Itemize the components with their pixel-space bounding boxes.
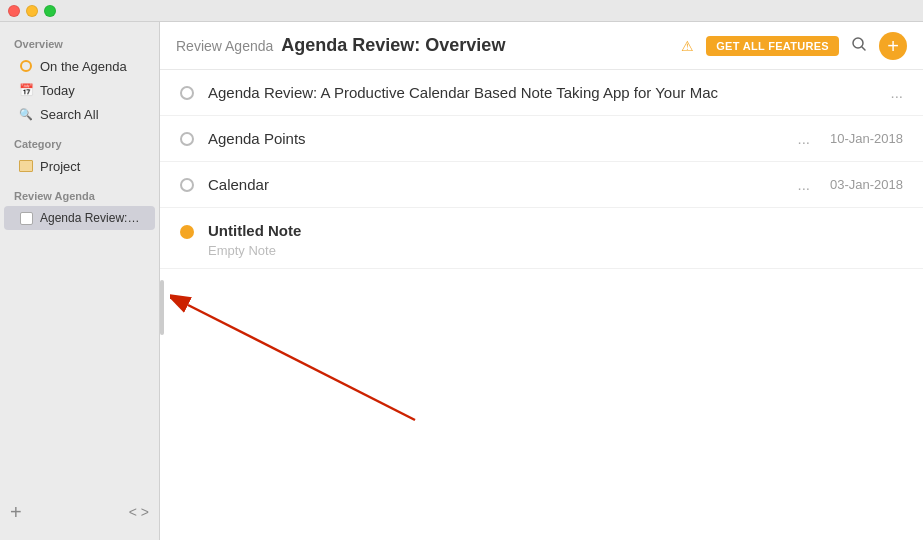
notes-list: Agenda Review: A Productive Calendar Bas… <box>160 70 923 540</box>
warning-icon: ⚠ <box>681 38 694 54</box>
list-item[interactable]: Agenda Review: A Productive Calendar Bas… <box>160 70 923 116</box>
sidebar-item-label: On the Agenda <box>40 59 127 74</box>
header-right: ⚠ GET ALL FEATURES + <box>681 32 907 60</box>
sidebar-item-label: Project <box>40 159 80 174</box>
list-item[interactable]: Calendar ... 03-Jan-2018 <box>160 162 923 208</box>
svg-line-3 <box>188 305 415 420</box>
sidebar-item-on-the-agenda[interactable]: On the Agenda <box>4 54 155 78</box>
breadcrumb: Review Agenda <box>176 38 273 54</box>
add-note-button[interactable]: + <box>879 32 907 60</box>
page-title: Agenda Review: Overview <box>281 35 505 56</box>
sidebar: Overview On the Agenda 📅 Today 🔍 Search … <box>0 22 160 540</box>
sidebar-nav-arrows: < > <box>129 505 149 519</box>
note-date: 10-Jan-2018 <box>830 131 903 146</box>
search-icon: 🔍 <box>18 106 34 122</box>
note-status-dot <box>180 178 194 192</box>
note-status-dot <box>180 132 194 146</box>
category-section-label: Category <box>0 132 159 154</box>
note-status-dot <box>180 86 194 100</box>
svg-line-1 <box>862 47 865 50</box>
traffic-lights <box>8 5 56 17</box>
overview-section-label: Overview <box>0 32 159 54</box>
maximize-button[interactable] <box>44 5 56 17</box>
note-title: Calendar <box>208 176 791 193</box>
get-all-features-button[interactable]: GET ALL FEATURES <box>706 36 839 56</box>
note-status-dot <box>180 225 194 239</box>
project-folder-icon <box>18 158 34 174</box>
list-item[interactable]: Agenda Points ... 10-Jan-2018 <box>160 116 923 162</box>
note-ellipsis: ... <box>797 130 810 147</box>
note-title: Untitled Note <box>208 222 903 239</box>
note-icon <box>18 210 34 226</box>
scrollbar-indicator <box>160 280 164 335</box>
note-title: Agenda Review: A Productive Calendar Bas… <box>208 84 884 101</box>
nav-back-button[interactable]: < <box>129 505 137 519</box>
sidebar-item-today[interactable]: 📅 Today <box>4 78 155 102</box>
sidebar-item-label: Search All <box>40 107 99 122</box>
minimize-button[interactable] <box>26 5 38 17</box>
sidebar-item-search-all[interactable]: 🔍 Search All <box>4 102 155 126</box>
header-left: Review Agenda Agenda Review: Overview <box>176 35 505 56</box>
nav-forward-button[interactable]: > <box>141 505 149 519</box>
list-item[interactable]: Untitled Note Empty Note <box>160 208 923 269</box>
titlebar <box>0 0 923 22</box>
sidebar-item-agenda-review[interactable]: Agenda Review: O… <box>4 206 155 230</box>
note-date: 03-Jan-2018 <box>830 177 903 192</box>
content-area: Review Agenda Agenda Review: Overview ⚠ … <box>160 22 923 540</box>
sidebar-bottom: + < > <box>0 494 159 530</box>
calendar-icon: 📅 <box>18 82 34 98</box>
main-container: Overview On the Agenda 📅 Today 🔍 Search … <box>0 22 923 540</box>
sidebar-item-project[interactable]: Project <box>4 154 155 178</box>
add-note-button[interactable]: + <box>10 502 22 522</box>
sidebar-item-label: Today <box>40 83 75 98</box>
close-button[interactable] <box>8 5 20 17</box>
search-button[interactable] <box>851 36 867 56</box>
note-title: Agenda Points <box>208 130 791 147</box>
dot-circle-icon <box>18 58 34 74</box>
empty-note-label: Empty Note <box>208 243 903 268</box>
sidebar-item-label: Agenda Review: O… <box>40 211 141 225</box>
arrow-annotation <box>170 280 430 439</box>
review-agenda-section-label: Review Agenda <box>0 184 159 206</box>
note-ellipsis: ... <box>797 176 810 193</box>
note-ellipsis: ... <box>890 84 903 101</box>
content-header: Review Agenda Agenda Review: Overview ⚠ … <box>160 22 923 70</box>
